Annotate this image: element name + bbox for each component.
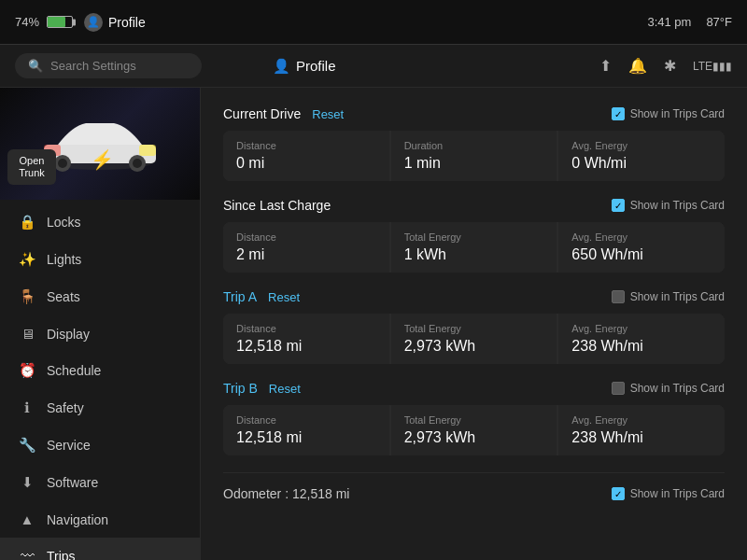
navigation-icon: ▲ xyxy=(19,511,35,527)
bluetooth-nav-icon[interactable]: ✱ xyxy=(664,57,676,75)
stat-value: 1 kWh xyxy=(404,246,544,263)
odometer-label: Odometer : xyxy=(223,486,289,501)
stats-grid-since-last-charge: Distance 2 mi Total Energy 1 kWh Avg. En… xyxy=(223,222,725,273)
section-header-trip-b: Trip B Reset Show in Trips Card xyxy=(223,381,725,396)
signal-icon: LTE▮▮▮ xyxy=(693,60,732,73)
profile-icon: 👤 xyxy=(84,13,103,32)
nav-profile-button[interactable]: 👤 Profile xyxy=(273,58,336,75)
stat-cell: Distance 2 mi xyxy=(223,222,389,273)
stat-cell: Total Energy 2,973 kWh xyxy=(391,405,557,455)
show-trips-checkbox-current-drive[interactable]: ✓ xyxy=(612,107,625,120)
section-title-trip-b: Trip B xyxy=(223,381,258,396)
sidebar-item-locks[interactable]: 🔒 Locks xyxy=(0,203,200,241)
section-title-since-last-charge: Since Last Charge xyxy=(223,198,331,213)
search-box[interactable]: 🔍 Search Settings xyxy=(15,53,202,78)
odometer-checkbox[interactable]: ✓ xyxy=(612,487,625,500)
sidebar: ⚡ OpenTrunk 🔒 Locks ✨ Lights 🪑 Seats 🖥 D… xyxy=(0,88,201,560)
status-profile-label: Profile xyxy=(108,15,146,30)
section-title-row: Trip A Reset xyxy=(223,289,300,304)
show-trips-toggle-current-drive[interactable]: ✓ Show in Trips Card xyxy=(612,107,725,120)
show-trips-checkbox-trip-b[interactable] xyxy=(612,382,625,395)
battery-icon xyxy=(47,16,73,28)
status-bar-right: 3:41 pm 87°F xyxy=(647,15,732,29)
stat-cell: Total Energy 1 kWh xyxy=(391,222,557,273)
sidebar-item-lights[interactable]: ✨ Lights xyxy=(0,241,200,278)
section-title-row: Trip B Reset xyxy=(223,381,301,396)
stat-value: 2,973 kWh xyxy=(404,429,544,446)
time-display: 3:41 pm xyxy=(647,15,691,29)
svg-point-5 xyxy=(133,159,142,168)
schedule-icon: ⏰ xyxy=(19,362,35,379)
section-trip-a: Trip A Reset Show in Trips Card Distance… xyxy=(223,289,725,364)
sidebar-label-display: Display xyxy=(47,327,90,342)
svg-point-3 xyxy=(58,159,67,168)
stat-cell: Avg. Energy 0 Wh/mi xyxy=(558,131,725,181)
sidebar-item-trips[interactable]: 〰 Trips xyxy=(0,538,200,560)
charging-bolt-icon: ⚡ xyxy=(91,148,114,171)
stats-grid-trip-a: Distance 12,518 mi Total Energy 2,973 kW… xyxy=(223,314,725,364)
battery-display: 74% xyxy=(15,15,73,29)
sidebar-item-software[interactable]: ⬇ Software xyxy=(0,464,200,501)
sidebar-label-service: Service xyxy=(47,438,91,453)
stat-value: 0 mi xyxy=(236,155,376,172)
nav-bar: 🔍 Search Settings 👤 Profile ⬆ 🔔 ✱ LTE▮▮▮ xyxy=(0,45,747,88)
odometer-show-trips[interactable]: ✓ Show in Trips Card xyxy=(612,487,725,500)
safety-icon: ℹ xyxy=(19,399,35,416)
show-trips-checkbox-trip-a[interactable] xyxy=(612,290,625,303)
stats-grid-trip-b: Distance 12,518 mi Total Energy 2,973 kW… xyxy=(223,405,725,455)
stat-cell: Avg. Energy 650 Wh/mi xyxy=(558,222,725,273)
display-icon: 🖥 xyxy=(19,326,35,342)
stat-value: 2,973 kWh xyxy=(404,338,544,355)
stat-label: Distance xyxy=(236,140,376,151)
section-current-drive: Current Drive Reset ✓ Show in Trips Card… xyxy=(223,106,725,181)
sidebar-item-service[interactable]: 🔧 Service xyxy=(0,427,200,464)
stat-cell: Distance 12,518 mi xyxy=(223,314,389,364)
odometer-show-label: Show in Trips Card xyxy=(630,487,725,500)
stat-label: Avg. Energy xyxy=(571,140,712,151)
show-trips-toggle-since-last-charge[interactable]: ✓ Show in Trips Card xyxy=(612,199,725,212)
seats-icon: 🪑 xyxy=(19,288,35,305)
section-title-current-drive: Current Drive xyxy=(223,106,301,121)
sidebar-item-navigation[interactable]: ▲ Navigation xyxy=(0,501,200,538)
section-title-row: Since Last Charge xyxy=(223,198,331,213)
sidebar-label-safety: Safety xyxy=(47,400,84,415)
reset-current-drive[interactable]: Reset xyxy=(312,107,344,121)
stat-label: Total Energy xyxy=(404,323,544,334)
nav-icons: ⬆ 🔔 ✱ LTE▮▮▮ xyxy=(599,57,732,75)
sidebar-label-trips: Trips xyxy=(47,549,76,561)
stat-label: Distance xyxy=(236,414,376,426)
stat-label: Avg. Energy xyxy=(571,231,712,243)
stat-label: Avg. Energy xyxy=(571,323,712,334)
stat-value: 12,518 mi xyxy=(236,338,376,355)
show-trips-toggle-trip-a[interactable]: Show in Trips Card xyxy=(612,290,725,303)
sidebar-item-safety[interactable]: ℹ Safety xyxy=(0,389,200,427)
stat-cell: Duration 1 min xyxy=(391,131,557,181)
odometer-value: 12,518 mi xyxy=(292,486,349,501)
stat-cell: Avg. Energy 238 Wh/mi xyxy=(558,314,725,364)
sidebar-item-schedule[interactable]: ⏰ Schedule xyxy=(0,352,200,389)
reset-trip-b[interactable]: Reset xyxy=(269,382,301,396)
bell-icon[interactable]: 🔔 xyxy=(628,57,647,75)
section-title-trip-a: Trip A xyxy=(223,289,257,304)
stat-value: 12,518 mi xyxy=(236,429,376,446)
upload-icon[interactable]: ⬆ xyxy=(599,57,612,75)
service-icon: 🔧 xyxy=(19,437,35,454)
stat-value: 2 mi xyxy=(236,246,376,263)
stat-label: Avg. Energy xyxy=(571,414,712,426)
show-trips-label-since-last-charge: Show in Trips Card xyxy=(630,199,725,212)
nav-profile-icon: 👤 xyxy=(273,58,290,75)
status-profile-button[interactable]: 👤 Profile xyxy=(84,13,146,32)
stat-value: 238 Wh/mi xyxy=(571,429,712,446)
stat-cell: Distance 0 mi xyxy=(223,131,389,181)
show-trips-label-trip-b: Show in Trips Card xyxy=(630,382,725,395)
show-trips-label-current-drive: Show in Trips Card xyxy=(630,107,725,120)
section-header-since-last-charge: Since Last Charge ✓ Show in Trips Card xyxy=(223,198,725,213)
show-trips-toggle-trip-b[interactable]: Show in Trips Card xyxy=(612,382,725,395)
search-icon: 🔍 xyxy=(28,59,43,73)
show-trips-checkbox-since-last-charge[interactable]: ✓ xyxy=(612,199,625,212)
reset-trip-a[interactable]: Reset xyxy=(268,290,300,304)
search-placeholder: Search Settings xyxy=(50,59,136,73)
sidebar-item-seats[interactable]: 🪑 Seats xyxy=(0,278,200,315)
sidebar-item-display[interactable]: 🖥 Display xyxy=(0,315,200,352)
open-trunk-button[interactable]: OpenTrunk xyxy=(7,149,56,185)
